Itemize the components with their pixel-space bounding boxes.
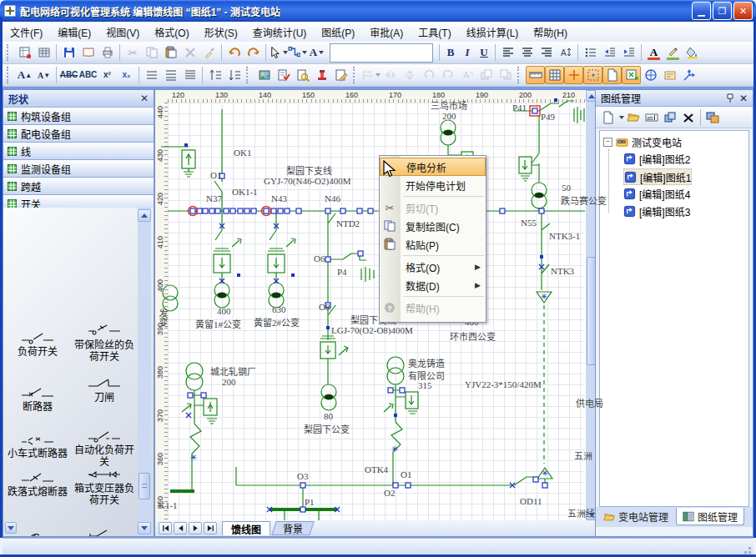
resize-grip[interactable] [741,544,752,554]
document-search-button[interactable] [293,66,312,84]
pin-icon[interactable] [726,93,734,103]
send-to-back-button[interactable] [496,66,515,84]
tree-root-substation[interactable]: −测试变电站 [603,134,682,149]
context-menu-item-1[interactable]: 开始停电计划 [380,176,486,194]
tab-feeder-diagram[interactable]: 馈线图 [222,521,270,535]
context-menu-item-10[interactable]: ?帮助(H) [380,299,486,317]
text-tool-button[interactable]: A [307,43,326,62]
tab-substation-manager[interactable]: 变电站管理 [597,508,674,524]
new-sheet-button[interactable] [599,109,617,126]
tree-item-sheet-3[interactable]: [编辑]图纸3 [623,203,690,218]
shape-group-4[interactable]: 跨越 [3,178,154,195]
shape-group-2[interactable]: 线 [3,143,154,160]
subscript-button[interactable]: x₂ [117,66,136,84]
increase-indent-button[interactable] [619,43,638,62]
connector-arrows-button[interactable] [679,66,698,84]
toolbar-grip[interactable] [353,67,359,83]
delete-sheet-button[interactable] [679,109,698,126]
shape-group-1[interactable]: 配电设备组 [3,125,154,143]
align-left-button[interactable] [498,43,517,62]
stamp-button[interactable] [312,66,331,84]
approval-form-button[interactable] [274,66,293,84]
toolbar-grip[interactable] [246,67,252,83]
cut-button[interactable]: ✂ [123,43,142,62]
decrease-font-button[interactable]: A▼ [34,66,53,84]
line-spacing-15-button[interactable] [161,66,180,84]
shapes-panel-close-icon[interactable]: ✕ [140,93,149,104]
menu-item-3[interactable]: 格式(O) [147,23,196,42]
flip-horizontal-button[interactable] [381,66,400,84]
next-page-button[interactable] [189,522,202,534]
redo-button[interactable] [244,43,263,62]
rotate-left-button[interactable] [419,66,438,84]
duplicate-sheet-button[interactable] [661,109,679,126]
stencil-7[interactable]: 箱式变压器负荷开关 [72,468,137,506]
print-preview-button[interactable] [78,43,98,62]
bring-to-front-button[interactable] [476,66,496,84]
line-spacing-2-button[interactable] [180,66,199,84]
strikethrough-button[interactable]: ABC [59,66,78,84]
format-painter-button[interactable] [199,43,219,62]
stencil-5[interactable]: 自动化负荷开关 [72,429,137,468]
image-manager-button[interactable] [255,66,274,84]
align-right-button[interactable] [537,43,556,62]
stencil-1[interactable]: 带保险丝的负荷开关 [72,324,137,363]
close-button[interactable]: ✕ [733,2,753,20]
shapes-scrollbar-thumb[interactable] [139,473,150,499]
title-bar[interactable]: 配电网络可视化管理系统 编辑馈线图 “图纸1” - 测试变电站 ▁ ❐ ✕ [0,0,756,22]
ruler-toggle-button[interactable] [526,66,545,84]
menu-item-0[interactable]: 文件(F) [3,23,50,42]
text-tool-dropdown[interactable] [319,51,324,54]
toolbar-grip[interactable] [7,67,13,83]
restore-button[interactable]: ❐ [713,2,732,20]
tab-drawings-manager[interactable]: 图纸管理 [676,508,744,525]
spacing-increase-button[interactable] [205,66,224,84]
drawing-grid[interactable] [168,103,585,520]
fill-color-button[interactable] [683,43,702,62]
tree-collapse-icon[interactable]: − [603,138,612,147]
italic-button[interactable]: I [459,43,476,62]
last-page-button[interactable] [204,522,217,534]
bold-button[interactable]: B [442,43,459,62]
line-spacing-1-button[interactable] [142,66,161,84]
pan-zoom-button[interactable] [641,66,660,84]
stencil-2[interactable]: 断路器 [7,386,68,413]
flip-vertical-button[interactable] [400,66,419,84]
grid-toggle-button[interactable] [545,66,564,84]
context-menu-item-8[interactable]: 数据(D)▶ [380,276,486,294]
tree-item-sheet-0[interactable]: [编辑]图纸2 [623,151,690,166]
shapes-scroll-up-icon[interactable] [138,209,151,222]
delete-button[interactable] [180,43,199,62]
rename-sheet-button[interactable]: ab [643,109,661,126]
rotate-text-button[interactable]: A [457,66,476,84]
stencil-4[interactable]: 小车式断路器 [7,433,68,459]
stencil-9[interactable]: 站房接地刀闸 [72,529,137,536]
align-center-button[interactable] [517,43,537,62]
sheet-settings-button[interactable] [703,109,722,126]
menu-item-6[interactable]: 图纸(P) [314,23,362,42]
minimize-button[interactable]: ▁ [692,2,711,20]
menu-item-5[interactable]: 查询统计(U) [245,23,315,42]
open-sheet-button[interactable] [624,109,643,126]
panel-scroll-down-left-icon[interactable] [5,522,17,534]
menu-item-10[interactable]: 帮助(H) [526,23,575,42]
properties-button[interactable] [660,66,679,84]
bullets-button[interactable] [581,43,600,62]
menu-item-8[interactable]: 工具(T) [411,23,458,42]
save-button[interactable] [59,43,78,62]
shapes-scroll-down-icon[interactable] [138,522,151,534]
increase-font-button[interactable]: A▲ [15,66,34,84]
guides-toggle-button[interactable] [564,66,583,84]
print-button[interactable] [98,43,117,62]
paste-button[interactable] [161,43,180,62]
tree-item-sheet-2[interactable]: [编辑]图纸4 [623,186,690,201]
rotate-right-button[interactable] [438,66,457,84]
context-menu-item-5[interactable]: 粘贴(P) [380,235,486,253]
menu-item-7[interactable]: 审批(A) [362,23,411,42]
menu-item-2[interactable]: 视图(V) [98,23,147,42]
stencil-0[interactable]: 负荷开关 [7,331,68,358]
pointer-tool-button[interactable] [269,43,288,62]
align-shapes-button[interactable] [361,66,381,84]
spacing-decrease-button[interactable] [224,66,244,84]
menu-item-1[interactable]: 编辑(E) [50,23,98,42]
